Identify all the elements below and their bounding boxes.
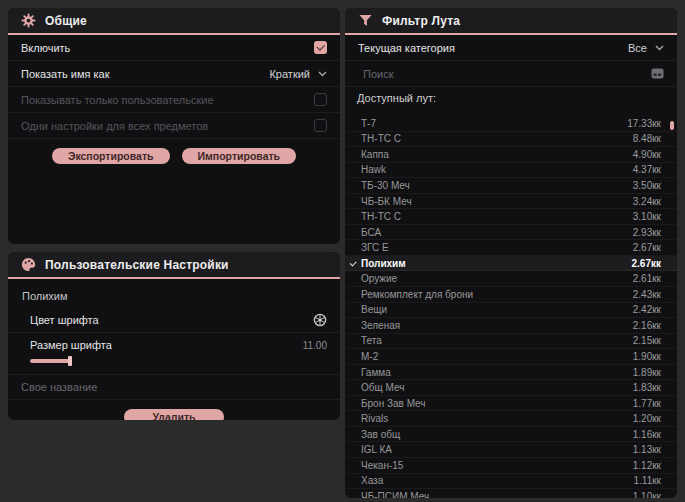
setting-row-name-display: Показать имя как Краткий [8,61,340,87]
font-size-label: Размер шрифта [30,339,112,351]
loot-item[interactable]: Брон Зав Меч 1.77кк [345,396,677,412]
scrollbar-thumb[interactable] [670,121,674,130]
loot-list: Т-7 17.33кк ТН-ТС С 8.48кк Каппа 4.90кк … [345,116,677,498]
setting-label-enable: Включить [21,42,70,54]
loot-list-scrollbar[interactable] [670,116,674,498]
loot-filter-panel: Фильтр Лута Текущая категория Все Доступ… [345,8,677,498]
setting-row-same-settings: Одни настройки для всех предметов [8,113,340,139]
loot-item-value: 1.12кк [633,460,661,471]
custom-name-input[interactable] [21,381,327,393]
loot-item-name: ТН-ТС С [361,211,401,222]
loot-item[interactable]: ТБ-30 Меч 3.50кк [345,178,677,194]
slider-fill [30,359,70,363]
category-label: Текущая категория [358,42,455,54]
custom-name-row [8,375,340,400]
loot-item-value: 2.93кк [633,227,661,238]
loot-item[interactable]: IGL КА 1.13кк [345,442,677,458]
color-picker-icon[interactable] [313,313,327,327]
palette-icon [21,257,36,272]
loot-item-name: Полихим [361,258,406,269]
general-panel-header: Общие [8,8,340,35]
loot-item[interactable]: Hawk 4.37кк [345,163,677,179]
loot-item-name: IGL КА [361,444,392,455]
font-color-row[interactable]: Цвет шрифта [8,307,340,333]
delete-button[interactable]: Удалить [124,409,223,420]
loot-item[interactable]: М-2 1.90кк [345,349,677,365]
search-settings-icon[interactable] [651,67,664,81]
loot-item-name: БСА [361,227,381,238]
setting-label-only-custom: Показывать только пользовательские [21,94,214,106]
search-row [345,61,677,87]
loot-item-value: 1.20кк [633,413,661,424]
export-import-row: Экспортировать Импортировать [8,148,340,164]
check-icon [350,259,357,266]
loot-item-name: ТН-ТС С [361,133,401,144]
loot-item-name: Гамма [361,367,391,378]
loot-item[interactable]: Общ Меч 1.83кк [345,380,677,396]
loot-item-value: 2.43кк [633,289,661,300]
loot-item-name: ЧБ-ПСИМ Меч [361,491,429,498]
delete-row: Удалить [8,409,340,420]
loot-item-value: 3.24кк [633,196,661,207]
same-settings-checkbox[interactable] [314,119,327,132]
loot-item-name: ТБ-30 Меч [361,180,410,191]
loot-item[interactable]: Rivals 1.20кк [345,411,677,427]
loot-item[interactable]: Хаза 1.11кк [345,474,677,490]
loot-item[interactable]: Зав общ 1.16кк [345,427,677,443]
loot-item[interactable]: Полихим 2.67кк [345,256,677,272]
general-panel: Общие Включить Показать имя как Краткий … [8,8,340,244]
loot-item[interactable]: Гамма 1.89кк [345,365,677,381]
loot-item[interactable]: Ремкомплект для брони 2.43кк [345,287,677,303]
loot-item[interactable]: БСА 2.93кк [345,225,677,241]
loot-item[interactable]: ЧБ-ПСИМ Меч 1.10кк [345,489,677,498]
loot-item-name: Hawk [361,164,386,175]
loot-item[interactable]: Тета 2.15кк [345,334,677,350]
loot-item-value: 2.15кк [633,335,661,346]
selected-item-group: Полихим [8,284,340,307]
selected-item-label: Полихим [22,290,68,302]
loot-item-name: Ремкомплект для брони [361,289,473,300]
loot-item[interactable]: Оружие 2.61кк [345,271,677,287]
available-loot-label: Доступный лут: [357,92,436,104]
loot-item-value: 2.42кк [633,304,661,315]
loot-item-name: Т-7 [361,118,376,129]
loot-item-value: 1.11кк [634,475,661,486]
font-size-row: Размер шрифта 11.00 [8,333,340,375]
loot-item[interactable]: ТН-ТС С 8.48кк [345,132,677,148]
slider-handle[interactable] [68,356,72,366]
import-button[interactable]: Импортировать [182,148,297,164]
loot-item[interactable]: Вещи 2.42кк [345,303,677,319]
available-loot-label-row: Доступный лут: [345,87,677,109]
loot-item[interactable]: ЧБ-БК Меч 3.24кк [345,194,677,210]
search-input[interactable] [363,68,651,80]
font-size-slider[interactable] [30,356,300,366]
setting-row-only-custom: Показывать только пользовательские [8,87,340,113]
loot-item[interactable]: ЗГС Е 2.67кк [345,240,677,256]
loot-item[interactable]: Чекан-15 1.12кк [345,458,677,474]
loot-item-value: 1.13кк [633,444,661,455]
loot-item-value: 2.16кк [633,320,661,331]
custom-settings-header: Пользовательские Настройки [8,252,340,279]
loot-item-name: Rivals [361,413,388,424]
loot-item[interactable]: Зеленая 2.16кк [345,318,677,334]
loot-item[interactable]: Т-7 17.33кк [345,116,677,132]
loot-filter-title: Фильтр Лута [382,14,460,28]
loot-item-name: Общ Меч [361,382,404,393]
chevron-down-icon [655,43,664,52]
loot-item-name: Зав общ [361,429,400,440]
loot-item-value: 4.37кк [633,164,661,175]
chevron-down-icon [318,69,327,78]
loot-item[interactable]: ТН-ТС С 3.10кк [345,209,677,225]
category-select[interactable]: Все [628,42,664,54]
enable-checkbox[interactable] [314,41,327,54]
name-display-select[interactable]: Краткий [269,68,327,80]
loot-item[interactable]: Каппа 4.90кк [345,147,677,163]
setting-row-enable[interactable]: Включить [8,35,340,61]
loot-item-value: 2.67кк [633,242,661,253]
export-button[interactable]: Экспортировать [52,148,170,164]
only-custom-checkbox[interactable] [314,93,327,106]
font-color-label: Цвет шрифта [30,314,99,326]
custom-settings-panel: Пользовательские Настройки Полихим Цвет … [8,252,340,420]
loot-filter-header: Фильтр Лута [345,8,677,35]
custom-settings-title: Пользовательские Настройки [45,258,229,272]
